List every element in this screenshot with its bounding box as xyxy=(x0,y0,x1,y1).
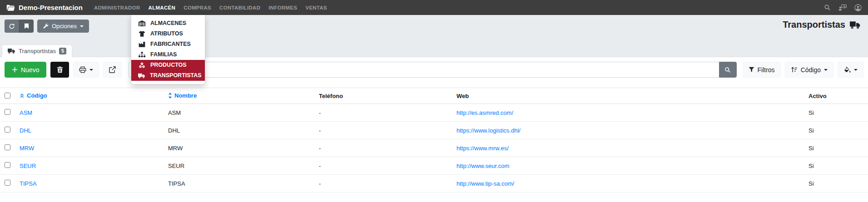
telefono-cell: - xyxy=(314,139,452,157)
table-row: SEUR SEUR - http://www.seur.com Si xyxy=(0,157,868,175)
search-icon xyxy=(724,67,731,73)
almacen-dropdown-menu: ALMACENES ATRIBUTOS FABRICANTES FAMILIAS… xyxy=(131,15,205,84)
menu-item-ventas[interactable]: VENTAS xyxy=(301,5,331,10)
row-checkbox[interactable] xyxy=(5,109,10,115)
header-telefono: Teléfono xyxy=(314,88,452,104)
truck-icon xyxy=(138,73,145,79)
header-nombre[interactable]: Nombre xyxy=(164,88,314,104)
dropdown-item-label: ALMACENES xyxy=(150,20,186,27)
user-icon[interactable] xyxy=(854,4,862,11)
dropdown-item-productos[interactable]: PRODUCTOS xyxy=(131,60,205,70)
search-group xyxy=(129,62,736,78)
menu-item-administrador[interactable]: ADMINISTRADOR xyxy=(90,5,144,10)
header-activo: Activo xyxy=(804,88,868,104)
page-title: Transportistas xyxy=(783,20,863,30)
activo-cell: Si xyxy=(804,122,868,139)
print-button[interactable] xyxy=(73,62,99,78)
header-codigo[interactable]: Código xyxy=(15,88,164,104)
codigo-link[interactable]: SEUR xyxy=(20,163,36,169)
nombre-cell: TIPSA xyxy=(164,175,314,192)
quick-actions-group xyxy=(5,20,34,33)
plus-icon xyxy=(12,67,18,73)
dropdown-item-label: ATRIBUTOS xyxy=(150,30,183,37)
activo-cell: Si xyxy=(804,175,868,192)
menu-item-informes[interactable]: INFORMES xyxy=(264,5,301,10)
codigo-link[interactable]: DHL xyxy=(20,127,31,134)
search-icon[interactable] xyxy=(824,4,831,11)
action-band: Opciones Transportistas Transportistas 5 xyxy=(0,15,868,57)
header-codigo-label: Código xyxy=(27,92,47,99)
telefono-cell: - xyxy=(314,122,452,139)
delete-button[interactable] xyxy=(50,62,69,78)
sort-button[interactable]: Código xyxy=(785,62,833,78)
codigo-link[interactable]: TIPSA xyxy=(20,180,37,187)
app-brand[interactable]: Demo-Presentacion xyxy=(6,4,83,11)
dropdown-item-familias[interactable]: FAMILIAS xyxy=(131,49,205,60)
external-link-icon xyxy=(109,66,116,73)
row-checkbox[interactable] xyxy=(5,180,10,186)
filters-button[interactable]: Filtros xyxy=(743,62,781,78)
table-header-row: Código Nombre Teléfono Web Activo xyxy=(0,88,868,104)
tshirt-icon xyxy=(138,31,146,37)
tab-count-badge: 5 xyxy=(59,48,66,54)
web-link[interactable]: https://www.mrw.es/ xyxy=(456,145,509,152)
activo-cell: Si xyxy=(804,104,868,122)
tab-transportistas[interactable]: Transportistas 5 xyxy=(2,44,72,57)
menu-item-contabilidad[interactable]: CONTABILIDAD xyxy=(215,5,264,10)
web-link[interactable]: https://www.logistics.dhl/ xyxy=(456,127,521,134)
web-link[interactable]: http://www.seur.com xyxy=(456,163,509,169)
codigo-link[interactable]: MRW xyxy=(20,145,34,152)
industry-icon xyxy=(138,41,146,47)
web-link[interactable]: http://www.tip-sa.com/ xyxy=(456,180,514,187)
dropdown-item-label: FAMILIAS xyxy=(150,51,177,58)
search-submit-button[interactable] xyxy=(719,62,737,78)
caret-down-icon xyxy=(824,69,828,71)
list-toolbar: Nuevo Filtros Código xyxy=(0,57,868,82)
caret-down-icon xyxy=(89,69,93,71)
printer-icon xyxy=(79,66,86,73)
dropdown-item-atributos[interactable]: ATRIBUTOS xyxy=(131,29,205,39)
page-title-text: Transportistas xyxy=(783,20,845,30)
refresh-button[interactable] xyxy=(5,20,19,33)
activo-cell: Si xyxy=(804,139,868,157)
fill-actions-button[interactable] xyxy=(838,62,863,78)
presentation-icon[interactable] xyxy=(838,4,847,11)
new-button[interactable]: Nuevo xyxy=(5,62,46,78)
sitemap-icon xyxy=(138,52,146,58)
select-all-cell xyxy=(0,88,15,104)
nombre-cell: ASM xyxy=(164,104,314,122)
bookmark-button[interactable] xyxy=(19,20,34,33)
new-button-label: Nuevo xyxy=(21,66,39,74)
options-button[interactable]: Opciones xyxy=(37,20,89,33)
telefono-cell: - xyxy=(314,175,452,192)
menu-item-compras[interactable]: COMPRAS xyxy=(179,5,215,10)
dropdown-item-transportistas[interactable]: TRANSPORTISTAS xyxy=(131,70,205,81)
header-nombre-label: Nombre xyxy=(174,92,197,99)
select-all-checkbox[interactable] xyxy=(5,93,10,99)
search-input[interactable] xyxy=(129,62,719,78)
row-checkbox[interactable] xyxy=(5,127,10,133)
dropdown-item-almacenes[interactable]: ALMACENES xyxy=(131,18,205,29)
options-button-label: Opciones xyxy=(52,23,77,30)
activo-cell: Si xyxy=(804,157,868,175)
menu-item-almacen[interactable]: ALMACÉN xyxy=(144,5,180,10)
truck-icon xyxy=(8,48,15,54)
nombre-cell: MRW xyxy=(164,139,314,157)
row-checkbox[interactable] xyxy=(5,162,10,168)
sort-amount-icon xyxy=(791,66,798,73)
filters-button-label: Filtros xyxy=(758,66,775,74)
row-checkbox[interactable] xyxy=(5,144,10,150)
transportistas-table: Código Nombre Teléfono Web Activo ASM AS… xyxy=(0,88,868,192)
export-button[interactable] xyxy=(103,62,122,78)
wrench-icon xyxy=(43,23,49,29)
dropdown-item-fabricantes[interactable]: FABRICANTES xyxy=(131,39,205,49)
brand-label: Demo-Presentacion xyxy=(19,4,83,11)
caret-down-icon xyxy=(80,25,84,27)
dropdown-item-label: FABRICANTES xyxy=(150,41,191,48)
codigo-link[interactable]: ASM xyxy=(20,109,32,116)
cubes-icon xyxy=(138,62,146,69)
telefono-cell: - xyxy=(314,157,452,175)
truck-icon xyxy=(850,21,861,29)
web-link[interactable]: http://es.asmred.com/ xyxy=(456,109,513,116)
table-row: DHL DHL - https://www.logistics.dhl/ Si xyxy=(0,122,868,139)
